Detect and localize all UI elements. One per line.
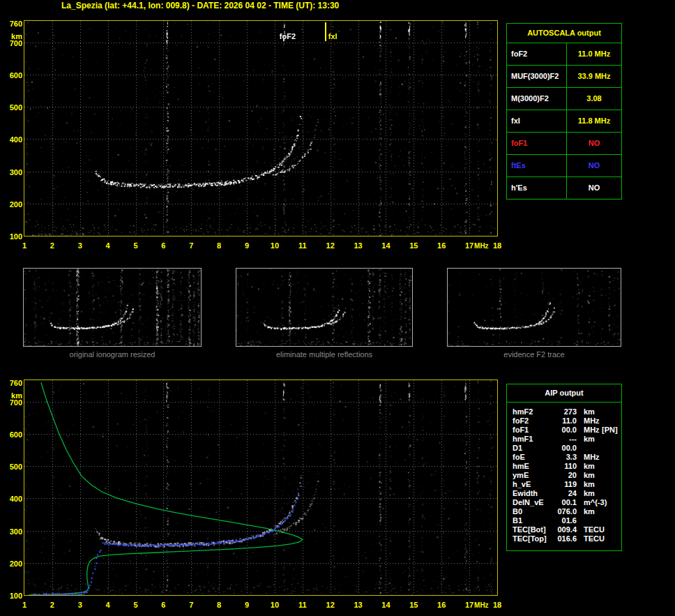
x-tick-label: 14 [378, 241, 393, 250]
x-tick-label: 2 [45, 241, 60, 250]
aip-parameter-value: 3.3 [545, 453, 577, 461]
aip-parameter-value: 110 [545, 462, 577, 470]
y-tick-label: 600 [1, 430, 22, 439]
aip-row: ymE20km [507, 471, 621, 480]
autoscala-parameter-name: foF1 [507, 133, 567, 154]
x-tick-label: 7 [183, 601, 199, 609]
aip-parameter-value: 00.1 [545, 498, 577, 506]
profile-plot [24, 380, 498, 596]
autoscala-table-header: AUTOSCALA output [507, 24, 621, 43]
autoscala-parameter-value: 11.8 MHz [567, 110, 621, 132]
aip-parameter-unit: km [584, 480, 595, 488]
autoscala-parameter-value: 11.0 MHz [567, 43, 621, 65]
aip-row: DelN_vE00.1m^(-3) [507, 498, 621, 507]
autoscala-row: h'EsNO [507, 177, 621, 199]
aip-row: TEC[Bot]009.4TECU [507, 525, 621, 534]
thumbnail-caption-f2-trace: evidence F2 trace [447, 350, 621, 359]
aip-parameter-value: 273 [545, 407, 577, 416]
aip-row: foF211.0MHz [507, 416, 621, 426]
x-tick-label: 9 [239, 241, 255, 250]
aip-row: TEC[Top]016.6TECU [507, 534, 621, 543]
autoscala-parameter-name: ftEs [507, 155, 567, 176]
ionogram-plot [24, 20, 498, 236]
aip-parameter-unit: km [584, 435, 595, 443]
aip-parameter-name: hmF1 [513, 435, 533, 443]
x-tick-label: 12 [323, 601, 338, 609]
thumbnail-original-ionogram [23, 268, 202, 347]
aip-parameter-value: 01.6 [545, 516, 577, 525]
aip-parameter-unit: km [584, 507, 595, 516]
ionogram-application-window: La_Spezia (lat: +44.1, lon: 009.8) - DAT… [0, 0, 675, 616]
y-tick-label: 760 [1, 379, 22, 387]
x-tick-label: 7 [183, 241, 199, 250]
autoscala-parameter-name: M(3000)F2 [507, 88, 567, 110]
x-tick-label: 18 [490, 601, 505, 609]
aip-output-table: AIP output hmF2273kmfoF211.0MHzfoF100.0M… [506, 384, 622, 551]
aip-parameter-value: 24 [545, 489, 577, 497]
autoscala-parameter-name: MUF(3000)F2 [507, 66, 567, 87]
x-tick-label: 11 [295, 241, 310, 250]
aip-row: foE3.3MHz [507, 453, 621, 462]
x-tick-label: 16 [434, 601, 449, 609]
y-tick-label: 400 [1, 135, 22, 144]
aip-table-body: hmF2273kmfoF211.0MHzfoF100.0MHz[PN]hmF1-… [507, 403, 621, 543]
x-tick-label: 5 [128, 241, 144, 250]
aip-parameter-name: D1 [513, 444, 522, 452]
thumbnail-f2-trace-canvas [448, 269, 621, 346]
x-tick-label: 10 [267, 601, 282, 609]
aip-parameter-unit: MHz [584, 426, 600, 434]
x-tick-label: 13 [351, 601, 366, 609]
thumbnail-caption-no-multiples: eliminate multiple reflections [236, 350, 413, 359]
aip-parameter-unit: km [584, 489, 595, 497]
aip-parameter-name: h_vE [513, 480, 531, 488]
aip-row: Ewidth24km [507, 489, 621, 498]
y-tick-label: 100 [1, 232, 22, 241]
y-tick-label: 200 [1, 200, 22, 209]
autoscala-table-body: foF211.0 MHzMUF(3000)F233.9 MHzM(3000)F2… [507, 43, 621, 199]
x-axis-unit-label: MHz [474, 242, 489, 250]
aip-row: hmF2273km [507, 407, 621, 416]
autoscala-output-table: AUTOSCALA output foF211.0 MHzMUF(3000)F2… [506, 23, 622, 200]
x-tick-label: 12 [323, 241, 338, 250]
aip-parameter-name: hmF2 [513, 407, 533, 416]
aip-parameter-name: TEC[Bot] [513, 525, 546, 534]
x-tick-label: 6 [156, 241, 171, 250]
x-tick-label: 13 [351, 241, 366, 250]
ionogram-canvas [24, 21, 497, 236]
y-tick-label: 300 [1, 527, 22, 536]
aip-parameter-name: hmE [513, 462, 529, 470]
aip-parameter-unit: km [584, 462, 595, 470]
fxi-marker-line [325, 22, 326, 41]
aip-row: hmE110km [507, 462, 621, 471]
x-tick-label: 16 [434, 241, 449, 250]
autoscala-parameter-name: foF2 [507, 43, 567, 65]
autoscala-parameter-value: 33.9 MHz [567, 66, 621, 87]
profile-canvas [24, 380, 497, 595]
aip-parameter-value: 00.0 [545, 444, 577, 452]
aip-parameter-value: 00.0 [545, 426, 577, 434]
x-tick-label: 6 [156, 601, 171, 609]
aip-parameter-unit: MHz [584, 416, 600, 425]
x-tick-label: 8 [211, 601, 227, 609]
autoscala-parameter-value: NO [567, 155, 621, 176]
aip-parameter-value: --- [545, 435, 577, 443]
x-tick-label: 9 [239, 601, 255, 609]
fof2-annotation-label: foF2 [280, 32, 296, 40]
thumbnail-caption-original: original ionogram resized [23, 350, 202, 359]
aip-parameter-name: foF1 [513, 426, 529, 434]
y-tick-label: 760 [1, 20, 22, 28]
x-tick-label: 18 [490, 241, 505, 250]
autoscala-row: foF211.0 MHz [507, 43, 621, 66]
y-tick-label: 500 [1, 463, 22, 471]
aip-parameter-unit: km [584, 407, 595, 416]
x-tick-label: 3 [73, 601, 88, 609]
x-tick-label: 4 [100, 601, 116, 609]
x-tick-label: 10 [267, 241, 282, 250]
y-tick-label: 600 [1, 71, 22, 80]
thumbnail-no-multiples [236, 268, 413, 347]
aip-parameter-value: 009.4 [545, 525, 577, 534]
x-tick-label: 1 [17, 241, 32, 250]
aip-table-header: AIP output [507, 384, 621, 403]
autoscala-row: MUF(3000)F233.9 MHz [507, 66, 621, 88]
aip-parameter-name: DelN_vE [513, 498, 544, 506]
